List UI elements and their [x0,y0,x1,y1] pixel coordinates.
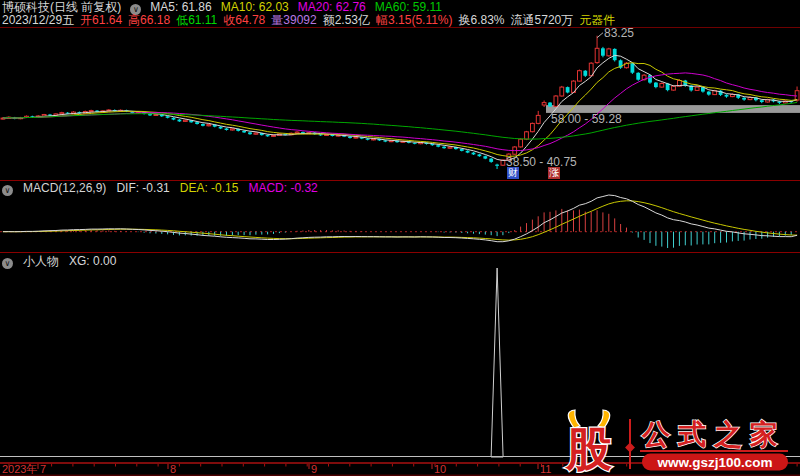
logo-character: 股 [564,423,612,473]
chevron-down-icon[interactable]: ∨ [2,185,13,196]
macd-panel-title: MACD(12,26,9) [23,181,106,195]
site-url: www.gszj100.com [656,455,772,470]
close-value: 收64.78 [223,13,265,27]
turnover-value: 换6.83% [459,13,505,27]
volume-value: 量39092 [271,13,316,27]
ma-values-row: MA5: 61.86MA10: 62.03MA20: 62.76MA60: 59… [150,0,451,14]
low-value: 低61.11 [176,13,217,27]
time-axis-label: 2023年 [2,464,37,475]
amount-value: 额2.53亿 [323,13,370,27]
time-axis-label: 8 [170,464,176,475]
diamond-icon [625,443,635,453]
open-value: 开61.64 [80,13,122,27]
stock-chart-app: 博硕科技(日线 前复权)∨MA5: 61.86MA10: 62.03MA20: … [0,0,800,476]
ma10-value: MA10: 62.03 [221,0,289,14]
chart-canvas[interactable] [0,0,800,476]
chevron-down-icon[interactable]: ∨ [2,258,13,269]
news-icon-limit-up[interactable]: 涨 [548,167,560,179]
time-axis-label: 9 [311,464,317,475]
macd-value: MACD: -0.32 [248,181,317,195]
time-axis-label: 10 [434,464,446,475]
site-name: 公式之家 [641,419,786,450]
industry-tag: 元器件 [579,13,615,27]
time-axis-label: 11 [540,464,551,475]
float-shares-value: 流通5720万 [511,13,574,27]
time-axis-label: 7 [40,464,46,475]
date-value: 2023/12/29五 [2,13,74,27]
xg-panel-header: ∨小人物XG: 0.00 [2,255,136,268]
ma60-value: MA60: 59.11 [375,0,442,14]
xg-panel-title: 小人物 [23,254,59,268]
stock-title: 博硕科技(日线 前复权) [2,0,121,14]
dif-value: DIF: -0.31 [116,181,169,195]
ma20-value: MA20: 62.76 [298,0,366,14]
high-value: 高66.18 [128,13,170,27]
peak-price-label: 83.25 [604,26,634,40]
macd-panel-header: ∨MACD(12,26,9)DIF: -0.31DEA: -0.15MACD: … [2,182,338,195]
ma5-value: MA5: 61.86 [150,0,211,14]
xg-value: XG: 0.00 [69,254,116,268]
watermark-logo: 股 公式之家 www.gszj100.com [552,407,796,473]
xg-values-row: XG: 0.00 [69,254,126,268]
quote-values-row: 2023/12/29五开61.64高66.18低61.11收64.78量3909… [2,14,621,27]
gap-range-label: 58.00 - 59.28 [551,112,622,126]
dea-value: DEA: -0.15 [180,181,239,195]
macd-values-row: DIF: -0.31DEA: -0.15MACD: -0.32 [116,181,327,195]
news-icon-finance[interactable]: 财 [507,167,519,179]
change-value: 幅3.15(5.11%) [376,13,452,27]
